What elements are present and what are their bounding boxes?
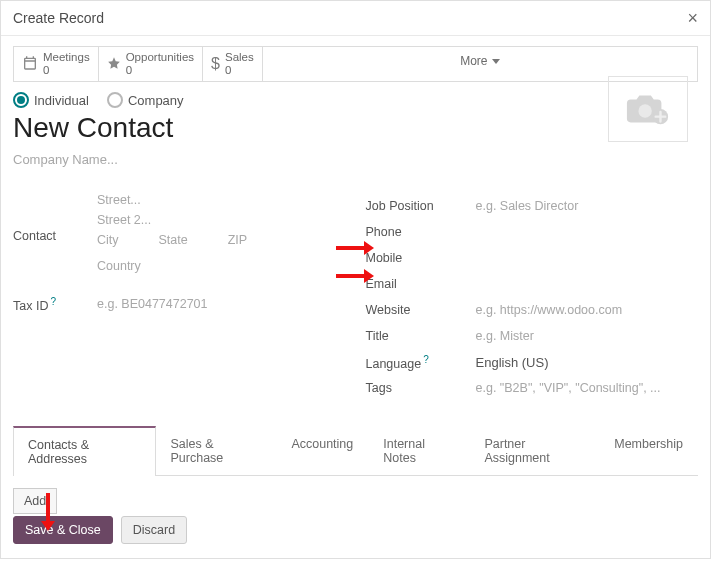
tab-membership[interactable]: Membership: [599, 426, 698, 476]
dialog-title: Create Record: [13, 10, 104, 26]
photo-placeholder[interactable]: [608, 76, 688, 142]
mobile-label: Mobile: [366, 251, 476, 265]
dollar-icon: $: [211, 55, 220, 73]
title-label: Title: [366, 329, 476, 343]
zip-input[interactable]: ZIP: [228, 233, 247, 247]
stat-meetings-label: Meetings: [43, 51, 90, 63]
camera-plus-icon: [625, 89, 671, 129]
website-input[interactable]: e.g. https://www.odoo.com: [476, 303, 623, 317]
phone-label: Phone: [366, 225, 476, 239]
add-button[interactable]: Add: [13, 488, 57, 514]
stat-meetings-value: 0: [43, 64, 49, 76]
tab-sales-purchase[interactable]: Sales & Purchase: [156, 426, 277, 476]
taxid-label: Tax ID?: [13, 296, 97, 313]
stat-opportunities-value: 0: [126, 64, 132, 76]
stat-more-label: More: [460, 54, 487, 68]
stat-sales-label: Sales: [225, 51, 254, 63]
chevron-down-icon: [492, 59, 500, 64]
job-input[interactable]: e.g. Sales Director: [476, 199, 579, 213]
help-icon[interactable]: ?: [423, 354, 429, 365]
contact-address-label: Contact: [13, 229, 97, 243]
radio-icon: [107, 92, 123, 108]
tags-label: Tags: [366, 381, 476, 395]
tab-contacts-addresses[interactable]: Contacts & Addresses: [13, 426, 156, 476]
radio-icon: [13, 92, 29, 108]
radio-company-label: Company: [128, 93, 184, 108]
contact-type-radios: Individual Company: [13, 92, 698, 108]
stat-opportunities[interactable]: Opportunities0: [99, 47, 203, 81]
job-label: Job Position: [366, 199, 476, 213]
country-input[interactable]: Country: [97, 259, 346, 273]
help-icon[interactable]: ?: [50, 296, 56, 307]
tab-internal-notes[interactable]: Internal Notes: [368, 426, 469, 476]
website-label: Website: [366, 303, 476, 317]
contact-name-heading[interactable]: New Contact: [13, 112, 698, 144]
radio-individual-label: Individual: [34, 93, 89, 108]
taxid-input[interactable]: e.g. BE0477472701: [97, 297, 208, 311]
tab-partner-assignment[interactable]: Partner Assignment: [469, 426, 599, 476]
city-input[interactable]: City: [97, 233, 119, 247]
dialog-header: Create Record ×: [1, 1, 710, 36]
tags-input[interactable]: e.g. "B2B", "VIP", "Consulting", ...: [476, 381, 661, 395]
company-name-input[interactable]: [13, 152, 698, 167]
close-icon[interactable]: ×: [687, 9, 698, 27]
language-select[interactable]: English (US): [476, 355, 549, 370]
title-input[interactable]: e.g. Mister: [476, 329, 534, 343]
save-close-button[interactable]: Save & Close: [13, 516, 113, 544]
email-label: Email: [366, 277, 476, 291]
language-label: Language?: [366, 354, 476, 371]
star-icon: [107, 56, 121, 73]
calendar-icon: [22, 55, 38, 74]
street-input[interactable]: Street...: [97, 193, 346, 207]
stat-opportunities-label: Opportunities: [126, 51, 194, 63]
statbar: Meetings0 Opportunities0 $ Sales0 More: [13, 46, 698, 82]
discard-button[interactable]: Discard: [121, 516, 187, 544]
address-block: Street... Street 2... City State ZIP Cou…: [97, 193, 346, 279]
stat-meetings[interactable]: Meetings0: [14, 47, 99, 81]
radio-company[interactable]: Company: [107, 92, 184, 108]
stat-sales-value: 0: [225, 64, 231, 76]
tabs: Contacts & Addresses Sales & Purchase Ac…: [13, 425, 698, 476]
tab-accounting[interactable]: Accounting: [276, 426, 368, 476]
state-input[interactable]: State: [159, 233, 188, 247]
dialog-footer: Save & Close Discard: [13, 516, 187, 544]
radio-individual[interactable]: Individual: [13, 92, 89, 108]
stat-sales[interactable]: $ Sales0: [203, 47, 263, 81]
street2-input[interactable]: Street 2...: [97, 213, 346, 227]
svg-point-0: [638, 104, 651, 117]
create-record-dialog: Create Record × Meetings0 Opportunities0…: [0, 0, 711, 559]
